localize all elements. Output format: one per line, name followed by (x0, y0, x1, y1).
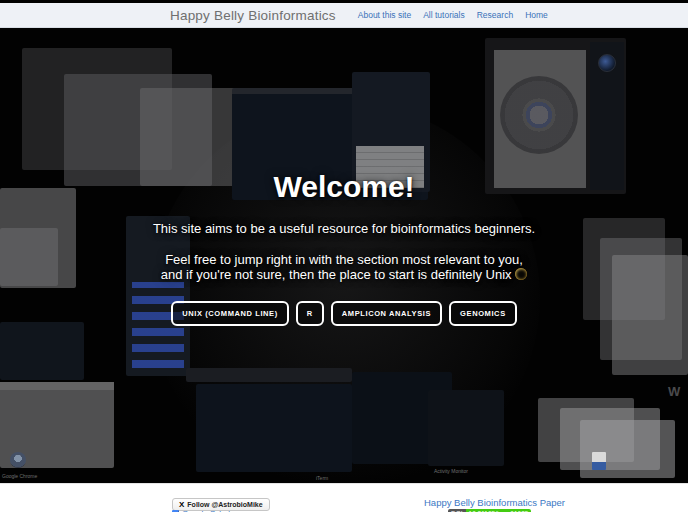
w-logo-icon: W (668, 384, 680, 399)
nav-research[interactable]: Research (477, 10, 513, 20)
google-chrome-icon (10, 452, 26, 468)
background-code-window (428, 390, 504, 466)
hero-content: Welcome! This site aims to be a useful r… (0, 170, 688, 326)
background-terminal-window (0, 322, 84, 380)
follow-button-label: Follow @AstrobioMike (187, 501, 262, 508)
site-header: Happy Belly Bioinformatics About this si… (0, 3, 688, 28)
chrome-dock-label: Google Chrome (2, 473, 37, 479)
browser-toolbar (0, 382, 114, 390)
hero-section: Google Chrome iTerm Activity Monitor W W… (0, 28, 688, 483)
amplicon-analysis-button[interactable]: AMPLICON ANALYSIS (331, 301, 442, 326)
page: Happy Belly Bioinformatics About this si… (0, 0, 688, 512)
section-buttons: UNIX (COMMAND LINE) R AMPLICON ANALYSIS … (0, 301, 688, 326)
welcome-heading: Welcome! (0, 170, 688, 205)
main-nav: About this site All tutorials Research H… (358, 10, 548, 20)
unix-command-line-button[interactable]: UNIX (COMMAND LINE) (171, 301, 289, 326)
hero-guidance-text: Feel free to jump right in with the sect… (0, 252, 688, 282)
smiley-emoji-icon: 🙂 (515, 268, 527, 280)
r-button[interactable]: R (296, 301, 324, 326)
nav-all-tutorials[interactable]: All tutorials (423, 10, 465, 20)
background-figure-page (494, 50, 586, 188)
paper-link[interactable]: Happy Belly Bioinformatics Paper (424, 497, 565, 508)
site-title: Happy Belly Bioinformatics (170, 8, 336, 23)
background-window-titlebar (186, 368, 352, 382)
iterm-dock-label: iTerm (316, 475, 328, 481)
hero-intro-text: This site aims to be a useful resource f… (0, 221, 688, 237)
document-icon (592, 452, 606, 470)
x-logo-icon: X (179, 500, 184, 509)
page-footer: X Follow @AstrobioMike Google Scholar Ha… (0, 483, 688, 512)
hero-guidance-line2: and if you're not sure, then the place t… (161, 267, 515, 282)
activity-monitor-label: Activity Monitor (434, 468, 468, 474)
nav-home[interactable]: Home (525, 10, 548, 20)
circular-genome-figure (500, 76, 578, 154)
nav-about-this-site[interactable]: About this site (358, 10, 411, 20)
background-terminal-window (196, 384, 352, 472)
hero-guidance-line1: Feel free to jump right in with the sect… (165, 252, 523, 267)
genomics-button[interactable]: GENOMICS (449, 301, 517, 326)
anvio-logo-icon (598, 54, 616, 72)
background-sidebar-panel (590, 42, 624, 190)
